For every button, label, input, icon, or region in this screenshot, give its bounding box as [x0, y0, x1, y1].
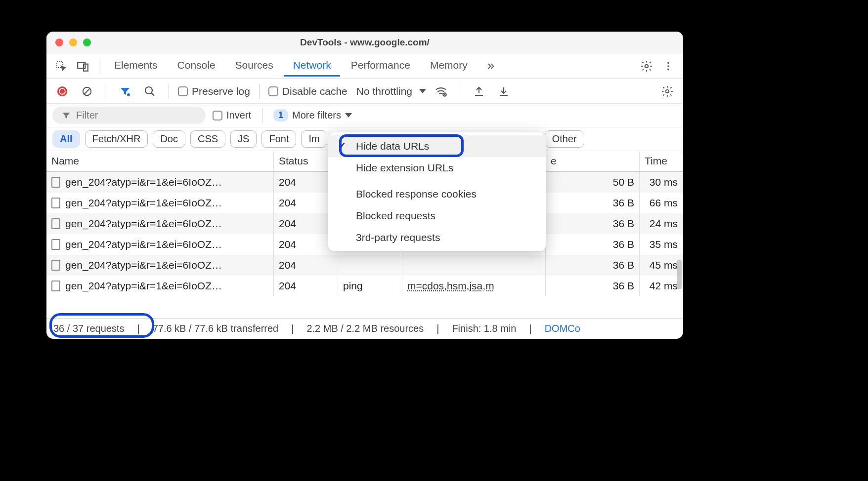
chip-js[interactable]: JS [230, 130, 257, 148]
document-icon [51, 260, 60, 271]
svg-point-15 [666, 89, 669, 93]
table-row[interactable]: gen_204?atyp=i&r=1&ei=6IoOZ…20436 B45 ms [46, 255, 683, 276]
tab-memory[interactable]: Memory [421, 55, 477, 77]
request-name: gen_204?atyp=i&r=1&ei=6IoOZ… [65, 239, 222, 250]
chip-img[interactable]: Im [301, 130, 327, 148]
close-window-button[interactable] [55, 39, 63, 46]
tab-performance[interactable]: Performance [342, 55, 419, 77]
col-time[interactable]: Time [640, 151, 683, 171]
request-name: gen_204?atyp=i&r=1&ei=6IoOZ… [65, 259, 222, 271]
request-name: gen_204?atyp=i&r=1&ei=6IoOZ… [65, 176, 222, 188]
filter-placeholder: Filter [76, 110, 98, 121]
request-status: 204 [274, 276, 338, 296]
filter-toggle-icon[interactable] [115, 81, 135, 101]
network-toolbar: Preserve log Disable cache No throttling [46, 79, 683, 104]
document-icon [51, 218, 60, 229]
filter-input[interactable]: Filter [52, 107, 206, 124]
throttling-select[interactable]: No throttling [356, 85, 426, 97]
tab-network[interactable]: Network [284, 55, 340, 77]
request-size: 36 B [546, 255, 640, 276]
separator [99, 59, 99, 74]
request-time: 30 ms [640, 172, 683, 193]
status-bar: 36 / 37 requests | 77.6 kB / 77.6 kB tra… [46, 318, 683, 339]
vertical-scrollbar[interactable] [677, 260, 682, 289]
dd-blocked-requests-label: Blocked requests [356, 210, 435, 222]
chip-doc[interactable]: Doc [153, 130, 185, 148]
network-settings-gear-icon[interactable] [657, 81, 677, 101]
chip-all[interactable]: All [52, 130, 80, 148]
svg-line-11 [151, 93, 154, 96]
titlebar: DevTools - www.google.com/ [46, 32, 683, 53]
tabs-overflow-button[interactable]: » [478, 54, 503, 79]
network-conditions-icon[interactable] [431, 81, 451, 101]
throttling-value: No throttling [356, 85, 412, 97]
more-filters-badge: 1 [273, 109, 288, 121]
dd-blocked-response-cookies[interactable]: Blocked response cookies [328, 183, 546, 205]
status-domcontent[interactable]: DOMCo [545, 323, 580, 334]
separator [169, 84, 169, 99]
more-filters-button[interactable]: 1 More filters [273, 109, 352, 121]
request-size: 50 B [546, 172, 640, 193]
chip-fetch-xhr[interactable]: Fetch/XHR [85, 130, 148, 148]
kebab-menu-icon[interactable] [658, 56, 678, 76]
zoom-window-button[interactable] [83, 39, 91, 46]
col-size[interactable]: e [546, 151, 640, 171]
dd-blocked-requests[interactable]: Blocked requests [328, 205, 546, 227]
request-type [338, 255, 402, 276]
request-name: gen_204?atyp=i&r=1&ei=6IoOZ… [65, 218, 222, 230]
request-time: 24 ms [640, 213, 683, 234]
panel-tabs: Elements Console Sources Network Perform… [46, 53, 683, 79]
chip-other[interactable]: Other [545, 130, 584, 148]
svg-point-6 [667, 68, 669, 70]
status-requests: 36 / 37 requests [53, 323, 124, 334]
clear-button[interactable] [77, 81, 97, 101]
settings-gear-icon[interactable] [637, 56, 656, 76]
svg-point-5 [667, 65, 669, 67]
inspect-element-icon[interactable] [51, 56, 71, 76]
tab-sources[interactable]: Sources [226, 55, 282, 77]
dropdown-separator [328, 181, 546, 181]
svg-point-4 [667, 62, 669, 64]
request-initiator[interactable]: m=cdos,hsm,jsa,m [402, 276, 546, 296]
svg-point-10 [145, 87, 152, 94]
chip-font[interactable]: Font [261, 130, 296, 148]
request-name: gen_204?atyp=i&r=1&ei=6IoOZ… [65, 280, 222, 292]
upload-har-icon[interactable] [469, 81, 489, 101]
invert-label: Invert [226, 110, 251, 121]
download-har-icon[interactable] [494, 81, 514, 101]
document-icon [51, 281, 60, 291]
funnel-icon [61, 111, 71, 120]
tab-elements[interactable]: Elements [105, 55, 167, 77]
separator [460, 84, 460, 99]
checkmark-icon: ✓ [336, 140, 348, 152]
status-finish: Finish: 1.8 min [452, 323, 516, 334]
search-icon[interactable] [140, 81, 160, 101]
chip-css[interactable]: CSS [190, 130, 225, 148]
dd-hide-data-urls-label: Hide data URLs [356, 140, 429, 152]
disable-cache-checkbox[interactable]: Disable cache [268, 85, 347, 97]
dd-hide-ext-label: Hide extension URLs [356, 162, 453, 174]
record-button[interactable] [52, 81, 72, 101]
minimize-window-button[interactable] [69, 39, 77, 46]
dd-blocked-cookies-label: Blocked response cookies [356, 188, 477, 200]
status-transferred: 77.6 kB / 77.6 kB transferred [153, 323, 279, 334]
dd-hide-extension-urls[interactable]: Hide extension URLs [328, 157, 546, 179]
tab-console[interactable]: Console [169, 55, 224, 77]
more-filters-dropdown: ✓ Hide data URLs Hide extension URLs Blo… [328, 132, 546, 251]
dd-third-party-requests[interactable]: 3rd-party requests [328, 227, 546, 248]
dd-third-party-label: 3rd-party requests [356, 232, 440, 243]
svg-point-9 [127, 93, 130, 96]
request-initiator[interactable] [402, 255, 546, 276]
separator [106, 84, 106, 99]
disable-cache-label: Disable cache [282, 85, 347, 97]
document-icon [51, 239, 60, 250]
table-row[interactable]: gen_204?atyp=i&r=1&ei=6IoOZ…204pingm=cdo… [46, 276, 683, 296]
preserve-log-checkbox[interactable]: Preserve log [178, 85, 250, 97]
invert-checkbox[interactable]: Invert [213, 110, 251, 121]
chevron-down-icon [345, 113, 352, 118]
preserve-log-label: Preserve log [192, 85, 250, 97]
col-name[interactable]: Name [46, 151, 274, 171]
request-time: 35 ms [640, 234, 683, 255]
device-toolbar-icon[interactable] [73, 56, 93, 76]
dd-hide-data-urls[interactable]: ✓ Hide data URLs [328, 135, 546, 157]
